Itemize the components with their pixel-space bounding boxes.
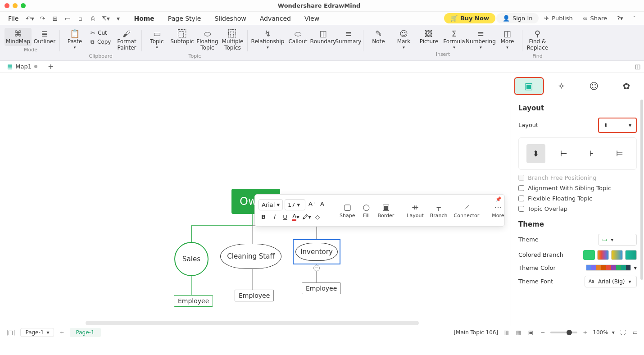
picture-button[interactable]: 🖼Picture	[417, 28, 441, 50]
panel-tab-emoji[interactable]: ☺	[579, 77, 609, 95]
save-icon[interactable]: ▫	[74, 13, 86, 24]
fill-button[interactable]: ○Fill	[359, 201, 373, 219]
more-float-button[interactable]: ⋯More	[490, 201, 506, 219]
underline-button[interactable]: U	[280, 212, 290, 221]
share-button[interactable]: ∞Share	[578, 13, 612, 23]
highlight-button[interactable]: 🖍▾	[302, 212, 312, 221]
layout-preset-1[interactable]: ⬍	[526, 144, 545, 163]
print-icon[interactable]: ⎙	[87, 13, 99, 24]
tab-slideshow[interactable]: Slideshow	[208, 13, 252, 24]
page-select[interactable]: Page-1▾	[20, 328, 54, 337]
maximize-window-icon[interactable]	[21, 3, 26, 8]
panel-tab-settings[interactable]: ✿	[612, 77, 641, 95]
theme-font-dropdown[interactable]: AaArial (Big)▾	[585, 276, 637, 287]
zoom-slider[interactable]	[550, 332, 577, 333]
export-icon[interactable]: ⇱▾	[100, 13, 111, 24]
topic-button[interactable]: ▭Topic▾	[145, 28, 169, 52]
add-page-button[interactable]: +	[58, 328, 66, 337]
chevron-down-icon[interactable]: ▾	[612, 329, 615, 336]
layout-button[interactable]: ᚑLayout	[405, 201, 425, 219]
formula-button[interactable]: ΣFormula▾	[442, 28, 466, 50]
redo-icon[interactable]: ↷	[36, 13, 48, 24]
copy-button[interactable]: ⧉Copy	[88, 38, 113, 46]
layout-preset-4[interactable]: ⊨	[610, 144, 629, 163]
swatch-teal[interactable]	[625, 250, 637, 260]
numbering-button[interactable]: ≡Numbering▾	[467, 28, 494, 50]
close-window-icon[interactable]	[5, 3, 9, 8]
alignment-sibling-check[interactable]: Alignment With Sibling Topic	[518, 185, 637, 191]
font-decrease-button[interactable]: A⁻	[319, 199, 329, 208]
clear-format-button[interactable]: ◇	[313, 212, 322, 221]
find-replace-button[interactable]: ⚲Find & Replace	[525, 28, 549, 52]
swatch-green[interactable]	[583, 250, 595, 260]
floating-topic-button[interactable]: ⬭Floating Topic	[195, 28, 219, 52]
buy-now-button[interactable]: 🛒Buy Now	[444, 13, 495, 23]
font-increase-button[interactable]: A⁺	[307, 199, 317, 208]
fit-icon[interactable]: ▭	[631, 328, 639, 337]
font-family-select[interactable]: Arial▾	[259, 199, 283, 210]
tab-view[interactable]: View	[298, 13, 326, 24]
canvas[interactable]: Ow Sales Cleaning Staff Inventory − Empl…	[0, 73, 511, 326]
view-mode-2-icon[interactable]: ▦	[514, 328, 523, 337]
node-inventory-selected[interactable]: Inventory	[293, 239, 340, 264]
font-size-select[interactable]: 17▾	[285, 199, 305, 210]
more-insert-button[interactable]: ◫More▾	[495, 28, 519, 50]
paste-button[interactable]: 📋Paste▾	[63, 28, 87, 52]
page-tab[interactable]: Page-1	[70, 328, 101, 337]
sidebar-toggle-icon[interactable]: |□|	[5, 328, 17, 337]
bold-button[interactable]: B	[259, 212, 268, 221]
boundary-button[interactable]: ◫Boundary	[311, 28, 335, 50]
open-icon[interactable]: ▭	[62, 13, 73, 24]
file-menu[interactable]: File	[4, 13, 23, 24]
swatch-yb[interactable]	[611, 250, 623, 260]
view-mode-3-icon[interactable]: ▣	[526, 328, 535, 337]
sign-in-button[interactable]: 👤Sign In	[496, 13, 539, 23]
cut-button[interactable]: ✂Cut	[88, 29, 113, 37]
zoom-in-button[interactable]: +	[581, 328, 589, 337]
italic-button[interactable]: I	[269, 212, 279, 221]
collapse-handle-icon[interactable]: −	[313, 265, 320, 271]
new-icon[interactable]: ⊞	[49, 13, 61, 24]
publish-button[interactable]: ✈Publish	[540, 13, 577, 23]
panel-tab-ai[interactable]: ✧	[547, 77, 576, 95]
minimize-window-icon[interactable]	[13, 3, 18, 8]
mindmap-button[interactable]: ⌘MindMap	[5, 28, 32, 46]
note-button[interactable]: ✎Note	[366, 28, 390, 50]
node-sales[interactable]: Sales	[174, 242, 209, 276]
theme-color-strip[interactable]	[586, 264, 631, 271]
layout-dropdown[interactable]: ⬍▾	[598, 118, 637, 133]
more-qat-icon[interactable]: ▾	[112, 13, 124, 24]
help-button[interactable]: ?▾	[612, 13, 627, 23]
fullscreen-icon[interactable]: ⛶	[618, 328, 627, 337]
theme-dropdown[interactable]: ▭▾	[598, 234, 637, 246]
pin-icon[interactable]: 📌	[495, 196, 502, 202]
chevron-down-icon[interactable]: ▾	[634, 264, 637, 271]
subtopic-button[interactable]: ⿹Subtopic	[170, 28, 194, 52]
undo-icon[interactable]: ↶▾	[24, 13, 36, 24]
font-color-button[interactable]: A▾	[291, 212, 301, 221]
relationship-button[interactable]: ↯Relationship▾	[250, 28, 285, 50]
panel-tab-layout[interactable]: ▣	[514, 77, 544, 95]
add-tab-button[interactable]: +	[43, 61, 58, 72]
callout-button[interactable]: ⬭Callout	[286, 28, 310, 50]
doctab-map1[interactable]: ▤ Map1	[2, 62, 43, 71]
tab-home[interactable]: Home	[127, 13, 160, 24]
node-cleaning-staff[interactable]: Cleaning Staff	[220, 244, 281, 269]
swatch-multi[interactable]	[597, 250, 609, 260]
topic-overlap-check[interactable]: Topic Overlap	[518, 205, 637, 212]
toggle-panel-icon[interactable]: ◫	[635, 63, 640, 70]
layout-preset-3[interactable]: ⊦	[582, 144, 601, 163]
layout-preset-2[interactable]: ⊢	[554, 144, 573, 163]
shape-button[interactable]: ▢Shape	[338, 201, 357, 219]
flexible-floating-check[interactable]: Flexible Floating Topic	[518, 195, 637, 202]
summary-button[interactable]: ≡Summary	[336, 28, 360, 50]
collapse-ribbon-icon[interactable]: ˄	[629, 13, 641, 23]
tab-advanced[interactable]: Advanced	[254, 13, 297, 24]
node-employee-1[interactable]: Employee	[174, 295, 213, 307]
outliner-button[interactable]: ≣Outliner	[32, 28, 57, 46]
tab-page-style[interactable]: Page Style	[162, 13, 208, 24]
node-employee-3[interactable]: Employee	[302, 282, 341, 294]
panel-scrollbar[interactable]	[640, 100, 643, 280]
node-employee-2[interactable]: Employee	[235, 290, 274, 301]
connector-button[interactable]: ⟋Connector	[452, 201, 481, 219]
